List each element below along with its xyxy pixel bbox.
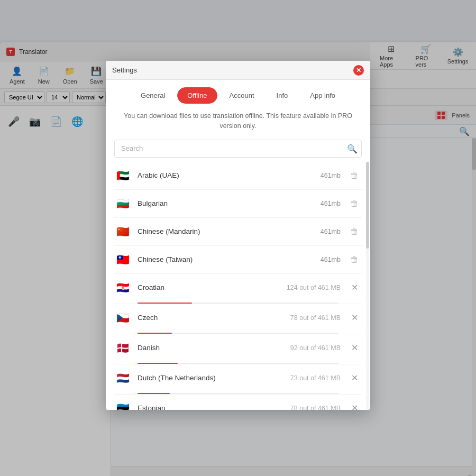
lang-size-czech: 78 out of 461 MB — [290, 314, 341, 322]
lang-item-czech: 🇨🇿 Czech 78 out of 461 MB ✕ — [114, 304, 362, 334]
flag-chinese-mandarin: 🇨🇳 — [114, 223, 131, 240]
lang-size-arabic-uae: 461mb — [321, 172, 341, 179]
lang-item-dutch: 🇳🇱 Dutch (The Netherlands) 73 out of 461… — [114, 364, 362, 395]
lang-name-arabic-uae: Arabic (UAE) — [138, 171, 314, 179]
dialog-title: Settings — [112, 66, 353, 74]
lang-name-czech: Czech — [138, 314, 284, 322]
lang-cancel-estonian[interactable]: ✕ — [347, 401, 362, 410]
lang-cancel-croatian[interactable]: ✕ — [347, 280, 362, 295]
tab-account[interactable]: Account — [219, 87, 264, 104]
flag-bulgarian: 🇧🇬 — [114, 195, 131, 212]
lang-name-estonian: Estonian — [138, 404, 284, 410]
lang-item-arabic-uae: 🇦🇪 Arabic (UAE) 461mb 🗑 — [114, 162, 362, 190]
lang-delete-chinese-taiwan[interactable]: 🗑 — [347, 252, 362, 267]
lang-item-bulgarian: 🇧🇬 Bulgarian 461mb 🗑 — [114, 190, 362, 218]
flag-croatian: 🇭🇷 — [114, 279, 131, 296]
flag-czech: 🇨🇿 — [114, 309, 131, 326]
lang-progress-fill-croatian — [138, 303, 192, 304]
lang-name-bulgarian: Bulgarian — [138, 199, 314, 207]
dialog-info-text: You can download files to use translatio… — [106, 104, 370, 135]
lang-name-croatian: Croatian — [138, 283, 280, 291]
lang-delete-bulgarian[interactable]: 🗑 — [347, 196, 362, 211]
lang-cancel-dutch[interactable]: ✕ — [347, 371, 362, 386]
lang-name-danish: Danish — [138, 344, 284, 352]
lang-name-dutch: Dutch (The Netherlands) — [138, 374, 284, 382]
lang-size-dutch: 73 out of 461 MB — [290, 374, 341, 382]
dialog-tabs: General Offline Account Info App info — [106, 80, 370, 104]
lang-progress-dutch — [138, 393, 338, 394]
lang-size-chinese-mandarin: 461mb — [321, 228, 341, 235]
lang-progress-fill-dutch — [138, 393, 170, 394]
language-list: 🇦🇪 Arabic (UAE) 461mb 🗑 🇧🇬 Bulgarian 461… — [106, 162, 370, 410]
lang-size-croatian: 124 out of 461 MB — [287, 284, 341, 291]
lang-progress-czech — [138, 333, 338, 334]
lang-name-chinese-taiwan: Chinese (Taiwan) — [138, 255, 314, 263]
search-input[interactable] — [114, 140, 362, 158]
lang-size-bulgarian: 461mb — [321, 200, 341, 207]
lang-progress-danish — [138, 363, 338, 364]
lang-item-danish: 🇩🇰 Danish 92 out of 461 MB ✕ — [114, 334, 362, 364]
modal-overlay: Settings ✕ General Offline Account Info … — [0, 0, 476, 476]
lang-size-danish: 92 out of 461 MB — [290, 344, 341, 352]
lang-progress-fill-danish — [138, 363, 178, 364]
flag-dutch: 🇳🇱 — [114, 370, 131, 387]
tab-offline[interactable]: Offline — [177, 87, 217, 104]
lang-item-croatian: 🇭🇷 Croatian 124 out of 461 MB ✕ — [114, 274, 362, 304]
flag-danish: 🇩🇰 — [114, 340, 131, 356]
dialog-scrollbar-track[interactable] — [366, 162, 369, 410]
lang-name-chinese-mandarin: Chinese (Mandarin) — [138, 227, 314, 235]
lang-delete-chinese-mandarin[interactable]: 🗑 — [347, 224, 362, 239]
dialog-titlebar: Settings ✕ — [106, 61, 370, 80]
dialog-close-button[interactable]: ✕ — [353, 65, 364, 76]
search-icon[interactable]: 🔍 — [347, 143, 358, 153]
dialog-scrollbar-thumb[interactable] — [366, 162, 369, 249]
tab-general[interactable]: General — [131, 87, 175, 104]
flag-arabic-uae: 🇦🇪 — [114, 167, 131, 184]
lang-cancel-czech[interactable]: ✕ — [347, 310, 362, 325]
lang-cancel-danish[interactable]: ✕ — [347, 341, 362, 355]
lang-progress-croatian — [138, 303, 338, 304]
lang-delete-arabic-uae[interactable]: 🗑 — [347, 168, 362, 183]
lang-size-chinese-taiwan: 461mb — [321, 256, 341, 263]
tab-appinfo[interactable]: App info — [300, 87, 345, 104]
lang-item-estonian: 🇪🇪 Estonian 78 out of 461 MB ✕ — [114, 395, 362, 410]
lang-progress-fill-czech — [138, 333, 172, 334]
flag-estonian: 🇪🇪 — [114, 400, 131, 410]
search-container: 🔍 — [114, 140, 362, 158]
lang-item-chinese-mandarin: 🇨🇳 Chinese (Mandarin) 461mb 🗑 — [114, 218, 362, 246]
lang-item-chinese-taiwan: 🇹🇼 Chinese (Taiwan) 461mb 🗑 — [114, 246, 362, 274]
tab-info[interactable]: Info — [267, 87, 298, 104]
flag-chinese-taiwan: 🇹🇼 — [114, 251, 131, 268]
settings-dialog: Settings ✕ General Offline Account Info … — [106, 61, 370, 410]
lang-size-estonian: 78 out of 461 MB — [290, 405, 341, 410]
language-list-wrapper: 🇦🇪 Arabic (UAE) 461mb 🗑 🇧🇬 Bulgarian 461… — [106, 162, 370, 410]
